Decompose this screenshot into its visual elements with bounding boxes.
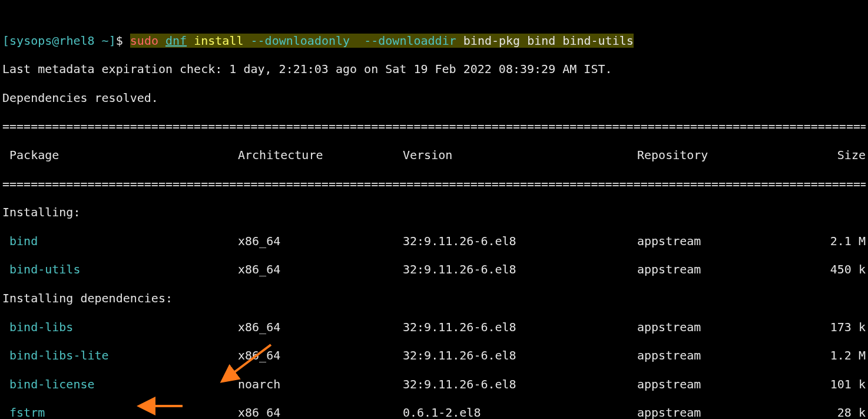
table-row: bindx86_6432:9.11.26-6.el8appstream2.1 M xyxy=(2,234,866,248)
pkg-name: bind-libs-lite xyxy=(2,348,238,362)
command-input: sudo dnf install --downloadonly --downlo… xyxy=(130,34,634,48)
pkg-repo: appstream xyxy=(637,377,826,391)
pkg-name: fstrm xyxy=(2,405,238,419)
pkg-arch: x86_64 xyxy=(238,320,403,334)
table-header: PackageArchitectureVersionRepositorySize xyxy=(2,148,866,162)
pkg-version: 32:9.11.26-6.el8 xyxy=(403,262,637,276)
rule-top: ========================================… xyxy=(2,119,866,133)
hdr-size: Size xyxy=(826,148,866,162)
pkg-arch: x86_64 xyxy=(238,405,403,419)
pkg-repo: appstream xyxy=(637,405,826,419)
pkg-version: 0.6.1-2.el8 xyxy=(403,405,637,419)
install-token: install xyxy=(194,34,243,48)
pkg-size: 101 k xyxy=(826,377,866,391)
pkg-version: 32:9.11.26-6.el8 xyxy=(403,234,637,248)
command-args: bind-pkg bind bind-utils xyxy=(463,34,634,48)
pkg-version: 32:9.11.26-6.el8 xyxy=(403,348,637,362)
pkg-version: 32:9.11.26-6.el8 xyxy=(403,320,637,334)
pkg-name: bind-license xyxy=(2,377,238,391)
shell-prompt-line: [sysops@rhel8 ~]$ sudo dnf install --dow… xyxy=(2,34,866,48)
deps-resolved-line: Dependencies resolved. xyxy=(2,91,866,105)
table-row: bind-utilsx86_6432:9.11.26-6.el8appstrea… xyxy=(2,262,866,276)
pkg-repo: appstream xyxy=(637,348,826,362)
flag-downloaddir: --downloaddir xyxy=(364,34,456,48)
prompt-dollar: $ xyxy=(116,34,130,48)
rule-mid: ========================================… xyxy=(2,177,866,191)
pkg-name: bind-libs xyxy=(2,320,238,334)
pkg-arch: x86_64 xyxy=(238,234,403,248)
pkg-name: bind-utils xyxy=(2,262,238,276)
pkg-arch: x86_64 xyxy=(238,262,403,276)
pkg-size: 173 k xyxy=(826,320,866,334)
pkg-size: 2.1 M xyxy=(826,234,866,248)
table-row: bind-licensenoarch32:9.11.26-6.el8appstr… xyxy=(2,377,866,391)
pkg-repo: appstream xyxy=(637,320,826,334)
flag-downloadonly: --downloadonly xyxy=(251,34,350,48)
pkg-version: 32:9.11.26-6.el8 xyxy=(403,377,637,391)
table-row: fstrmx86_640.6.1-2.el8appstream28 k xyxy=(2,405,866,419)
pkg-size: 28 k xyxy=(826,405,866,419)
pkg-name: bind xyxy=(2,234,238,248)
hdr-repo: Repository xyxy=(637,148,826,162)
terminal-output[interactable]: [sysops@rhel8 ~]$ sudo dnf install --dow… xyxy=(0,14,868,419)
pkg-arch: x86_64 xyxy=(238,348,403,362)
pkg-size: 1.2 M xyxy=(826,348,866,362)
table-row: bind-libs-litex86_6432:9.11.26-6.el8apps… xyxy=(2,348,866,362)
prompt-user-host: [sysops@rhel8 ~] xyxy=(2,34,116,48)
dnf-token: dnf xyxy=(165,34,187,48)
section-installing: Installing: xyxy=(2,205,866,219)
pkg-repo: appstream xyxy=(637,262,826,276)
sudo-token: sudo xyxy=(130,34,158,48)
hdr-version: Version xyxy=(403,148,637,162)
hdr-arch: Architecture xyxy=(238,148,403,162)
section-installing-deps: Installing dependencies: xyxy=(2,291,866,305)
pkg-repo: appstream xyxy=(637,234,826,248)
hdr-package: Package xyxy=(2,148,238,162)
table-row: bind-libsx86_6432:9.11.26-6.el8appstream… xyxy=(2,320,866,334)
pkg-size: 450 k xyxy=(826,262,866,276)
pkg-arch: noarch xyxy=(238,377,403,391)
metadata-line: Last metadata expiration check: 1 day, 2… xyxy=(2,62,866,76)
